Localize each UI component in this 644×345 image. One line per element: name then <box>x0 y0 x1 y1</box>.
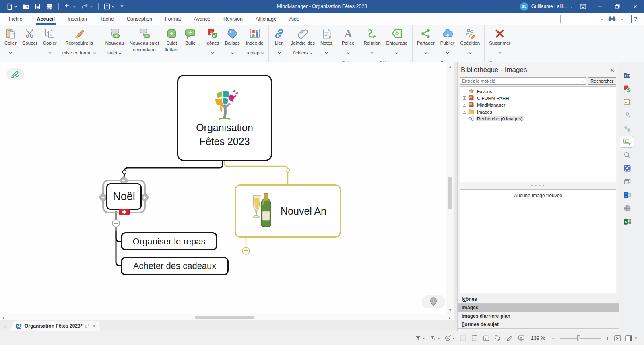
tab-popout-icon[interactable] <box>85 324 89 328</box>
ribbon-button-coedition[interactable]: Coédition <box>458 27 483 60</box>
map-topic-cadeaux[interactable]: Acheter des cadeaux <box>121 257 229 275</box>
user-chevron-icon[interactable]: ⌄ <box>568 4 575 8</box>
panel-layout-button[interactable]: ▾ <box>625 335 638 341</box>
horizontal-scroll-thumb[interactable] <box>195 316 254 319</box>
zoom-out-icon[interactable]: − <box>551 335 556 342</box>
ribbon-button-notes[interactable]: Notes <box>318 27 335 60</box>
zoom-slider-thumb[interactable] <box>577 335 580 341</box>
menu-tab-revision[interactable]: Révision <box>217 13 249 25</box>
library-tab-formes-de-sujet[interactable]: Formes de sujet <box>458 320 619 329</box>
tab-close-icon[interactable]: ✕ <box>92 324 95 329</box>
ribbon-button-lien[interactable]: Lien <box>270 27 288 60</box>
search-button[interactable]: Rechercher <box>588 77 616 85</box>
tree-expander-icon[interactable]: + <box>463 110 466 114</box>
pane-tab-excel[interactable]: X <box>620 216 634 227</box>
ribbon-button-reproduire-la-mise-en-forme[interactable]: Reproduire lamise en forme <box>60 27 99 60</box>
ribbon-button-joindre-des-fichiers[interactable]: Joindre desfichiers <box>288 27 318 60</box>
minimize-button[interactable]: ─ <box>591 0 609 13</box>
map-topic-repas[interactable]: Organiser le repas <box>121 232 217 250</box>
tree-expander-icon[interactable]: + <box>463 96 466 100</box>
menu-tab-aide[interactable]: Aide <box>283 13 306 25</box>
status-tags-view-button[interactable] <box>494 335 502 341</box>
scroll-left-icon[interactable]: ‹ <box>0 314 6 320</box>
map-topic-nouvel-an[interactable]: Nouvel An <box>235 184 341 238</box>
status-power-filter-button[interactable]: ▾ <box>429 335 440 341</box>
ribbon-button-bulle[interactable]: Bulle <box>182 27 199 47</box>
status-pen-review-button[interactable] <box>506 335 513 341</box>
search-dropdown-icon[interactable]: ⌄ <box>599 17 605 21</box>
user-name[interactable]: Guillaume Laill... <box>531 4 567 9</box>
ribbon-button-police[interactable]: APolice <box>339 27 357 60</box>
ribbon-button-partager[interactable]: Partager <box>414 27 438 60</box>
undo-button[interactable] <box>62 2 78 11</box>
tree-expander-icon[interactable]: + <box>463 103 466 107</box>
tree-item-mindmanager[interactable]: +MindManager <box>460 101 616 108</box>
menu-tab-fichier[interactable]: Fichier <box>2 13 31 25</box>
scroll-right-icon[interactable]: › <box>446 314 453 320</box>
coediting-status-pill[interactable] <box>6 68 24 80</box>
ribbon-button-nouveau-sujet[interactable]: Nouveausujet <box>103 27 127 60</box>
zoom-in-icon[interactable]: + <box>605 335 610 342</box>
status-calendar-24-button[interactable]: 24 <box>483 335 490 341</box>
ribbon-button-entourage[interactable]: Entourage <box>384 27 411 60</box>
print-button[interactable] <box>44 2 55 11</box>
pane-tab-browser-windows[interactable] <box>620 176 634 188</box>
menu-tab-tache[interactable]: Tâche <box>93 13 120 25</box>
binoculars-icon[interactable] <box>608 16 616 22</box>
open-folder-button[interactable] <box>20 2 31 11</box>
ribbon-button-index-de-la-map[interactable]: Index dela map <box>243 27 267 60</box>
status-add-element-button[interactable]: ▾ <box>444 335 455 341</box>
restore-button[interactable] <box>609 0 626 13</box>
ribbon-button-coller[interactable]: Coller <box>2 27 19 60</box>
map-topic-noel[interactable]: Noël <box>106 183 142 210</box>
library-tab-images-d-arriere-plan[interactable]: Images d'arrière-plan <box>458 312 619 320</box>
binoculars-chevron-icon[interactable]: ⌄ <box>619 17 625 21</box>
save-button[interactable] <box>32 2 43 11</box>
panel-splitter-bar[interactable] <box>454 62 457 331</box>
location-pin-pill[interactable] <box>422 295 445 308</box>
menu-tab-conception[interactable]: Conception <box>120 13 159 25</box>
status-presentation-button[interactable] <box>518 335 525 341</box>
avatar[interactable]: GL <box>520 2 528 11</box>
customize-toolbar-button[interactable] <box>118 3 126 10</box>
map-canvas[interactable]: Organisation Fêtes 2023 + + + Noël Organ… <box>0 62 454 314</box>
panel-layout-chevron-icon[interactable]: ▾ <box>633 336 638 340</box>
menu-tab-insertion[interactable]: Insertion <box>61 13 93 25</box>
scroll-up-icon[interactable]: ▲ <box>446 63 454 70</box>
library-tab-images[interactable]: Images <box>458 304 619 312</box>
ribbon-button-nouveau-sujet-secondaire[interactable]: Nouveau sujetsecondaire <box>127 27 162 53</box>
pane-tab-search-magnifier[interactable] <box>620 149 634 161</box>
ribbon-button-relation[interactable]: Relation <box>361 27 383 60</box>
pane-tab-outlook[interactable] <box>620 189 634 201</box>
panel-close-icon[interactable]: ✕ <box>610 67 615 73</box>
help-button[interactable]: ? <box>102 2 117 11</box>
ribbon-button-publier[interactable]: Publier <box>438 27 458 60</box>
ribbon-search-box[interactable]: ⌄ <box>560 15 605 23</box>
menu-tab-format[interactable]: Format <box>159 13 188 25</box>
pane-tab-map-parts[interactable] <box>620 123 634 134</box>
tree-item-images[interactable]: +Images <box>460 108 616 115</box>
pane-tab-capture[interactable] <box>620 163 634 174</box>
pane-tab-images-library[interactable] <box>620 136 634 148</box>
pane-tab-icon-markers-strip[interactable] <box>620 83 634 95</box>
map-root-topic[interactable]: Organisation Fêtes 2023 <box>177 75 272 161</box>
document-tab[interactable]: Organisation Fêtes 2023* ✕ <box>10 321 100 331</box>
tree-item-ciform-parh[interactable]: +CIFORM PARH <box>460 95 616 101</box>
status-outline-list-button[interactable] <box>471 335 478 341</box>
menu-tab-affichage[interactable]: Affichage <box>249 13 283 25</box>
help-button[interactable]: ? <box>631 15 640 23</box>
menu-tab-accueil[interactable]: Accueil <box>31 13 61 25</box>
redo-button[interactable] <box>79 2 95 11</box>
vertical-scroll-thumb[interactable] <box>448 177 452 209</box>
close-button[interactable]: ✕ <box>626 0 644 13</box>
ribbon-button-supprimer[interactable]: Supprimer <box>486 27 513 60</box>
status-filter-button[interactable]: ▾ <box>415 335 425 341</box>
pane-tab-task-calendar[interactable] <box>620 96 634 108</box>
tab-scroll-left-icon[interactable]: ◁ <box>0 321 10 331</box>
scroll-down-icon[interactable]: ▼ <box>446 307 454 313</box>
tree-item-recherche-0-images[interactable]: +Recherche (0 images) <box>460 115 616 122</box>
ribbon-button-icones[interactable]: 1Icônes <box>203 27 222 60</box>
fit-map-icon[interactable] <box>614 335 621 341</box>
pane-tab-resources-person[interactable] <box>620 109 634 121</box>
menu-tab-avance[interactable]: Avancé <box>188 13 217 25</box>
